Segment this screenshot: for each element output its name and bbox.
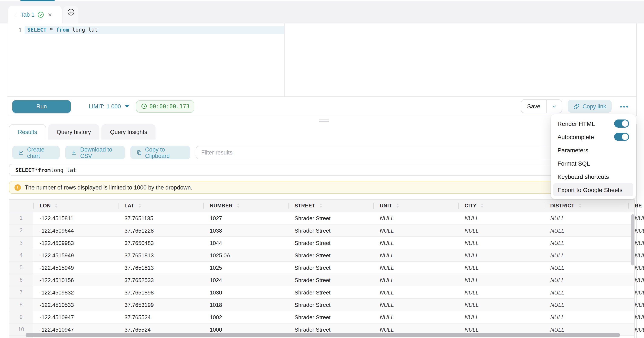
table-cell: -122.4510156 xyxy=(33,274,118,286)
tab-tab1[interactable]: ⋮ Tab 1 ✕ xyxy=(8,6,62,24)
toggle-switch-on[interactable] xyxy=(614,133,629,141)
column-header-number[interactable]: NUMBER xyxy=(203,200,288,212)
save-button[interactable]: Save xyxy=(521,100,546,113)
row-number-cell: 6 xyxy=(10,274,33,286)
table-cell: Shrader Street xyxy=(288,237,373,249)
menu-item-format-sql[interactable]: Format SQL xyxy=(553,157,633,170)
menu-item-autocomplete[interactable]: Autocomplete xyxy=(553,130,633,143)
query-code-line[interactable]: SELECT * from long_lat xyxy=(27,27,98,33)
add-tab-button[interactable] xyxy=(63,6,78,24)
clock-icon xyxy=(141,103,147,109)
column-header-street[interactable]: STREET xyxy=(288,200,373,212)
tab-query-history[interactable]: Query history xyxy=(48,124,100,139)
table-row[interactable]: 7-122.450983237.76518981030Shrader Stree… xyxy=(10,286,634,299)
table-cell: 37.7651228 xyxy=(118,225,203,236)
plus-circle-icon xyxy=(67,9,74,16)
table-cell: NULL xyxy=(373,286,458,298)
vertical-scrollbar[interactable] xyxy=(631,214,634,265)
table-cell: NULL xyxy=(628,323,644,335)
row-number-cell: 4 xyxy=(10,249,33,261)
row-number-cell: 7 xyxy=(10,286,33,298)
table-cell: NULL xyxy=(544,249,628,261)
sort-icon[interactable] xyxy=(481,204,483,208)
create-chart-label: Create chart xyxy=(27,146,54,159)
tab-label[interactable]: Tab 1 xyxy=(20,12,34,18)
table-cell: NULL xyxy=(544,286,628,298)
horizontal-scrollbar[interactable] xyxy=(26,333,620,337)
copy-icon xyxy=(136,149,142,156)
table-cell: NULL xyxy=(373,262,458,274)
column-header-re[interactable]: RE xyxy=(628,200,644,212)
table-cell: NULL xyxy=(373,249,458,261)
column-header-lon[interactable]: LON xyxy=(33,200,118,212)
table-cell: NULL xyxy=(544,225,628,236)
tab-results[interactable]: Results xyxy=(9,124,46,139)
table-cell: NULL xyxy=(458,225,544,236)
menu-item-parameters[interactable]: Parameters xyxy=(553,143,633,157)
table-cell: 1044 xyxy=(203,237,288,249)
row-number-cell: 2 xyxy=(10,225,33,236)
row-number-cell: 8 xyxy=(10,299,33,311)
save-options-button[interactable] xyxy=(546,100,562,113)
tab-query-insights[interactable]: Query Insights xyxy=(102,124,156,139)
sort-icon[interactable] xyxy=(138,204,141,208)
chevron-down-icon xyxy=(551,103,557,109)
sort-icon[interactable] xyxy=(320,204,322,208)
table-row[interactable]: 4-122.451594937.76518131025.0AShrader St… xyxy=(10,249,634,262)
toggle-switch-on[interactable] xyxy=(614,119,629,128)
table-cell: -122.4510533 xyxy=(33,299,118,311)
column-header-city[interactable]: CITY xyxy=(458,200,544,212)
warning-text: The number of rows displayed is limited … xyxy=(25,184,192,191)
table-row[interactable]: 1-122.451581137.76511351027Shrader Stree… xyxy=(10,212,634,225)
column-header-district[interactable]: DISTRICT xyxy=(544,200,628,212)
column-header-label: NUMBER xyxy=(210,203,233,209)
table-cell: 1002 xyxy=(203,311,288,323)
active-tab-accent-bar xyxy=(20,0,54,1)
menu-item-export-to-google-sheets[interactable]: Export to Google Sheets xyxy=(553,183,633,196)
sql-keyword: from xyxy=(38,167,50,173)
menu-item-label: Autocomplete xyxy=(558,133,594,140)
sort-icon[interactable] xyxy=(579,204,581,208)
table-row[interactable]: 8-122.451053337.76531991018Shrader Stree… xyxy=(10,299,634,311)
table-cell: NULL xyxy=(458,212,544,224)
limit-value: 1 000 xyxy=(106,103,121,109)
panel-resize-handle[interactable] xyxy=(319,119,329,123)
row-number-cell: 5 xyxy=(10,262,33,274)
column-header-label: CITY xyxy=(464,203,476,209)
copy-link-button[interactable]: Copy link xyxy=(568,100,612,113)
table-row[interactable]: 5-122.451594937.76518131025Shrader Stree… xyxy=(10,262,634,274)
line-number: 1 xyxy=(16,27,22,33)
table-cell: -122.4509644 xyxy=(33,225,118,236)
row-number-cell: 3 xyxy=(10,237,33,249)
column-header-lat[interactable]: LAT xyxy=(118,200,203,212)
create-chart-button[interactable]: Create chart xyxy=(12,146,60,159)
table-cell: NULL xyxy=(544,299,628,311)
sort-icon[interactable] xyxy=(396,204,399,208)
menu-item-keyboard-shortcuts[interactable]: Keyboard shortcuts xyxy=(553,170,633,183)
table-row[interactable]: 6-122.451015637.76525331024Shrader Stree… xyxy=(10,274,634,286)
code-editor[interactable]: 1 SELECT * from long_lat xyxy=(7,24,636,96)
copy-to-clipboard-button[interactable]: Copy to Clipboard xyxy=(130,146,190,159)
drag-handle-icon[interactable]: ⋮ xyxy=(12,12,18,18)
table-cell: 37.7650483 xyxy=(118,237,203,249)
column-header-unit[interactable]: UNIT xyxy=(373,200,458,212)
menu-item-render-html[interactable]: Render HTML xyxy=(553,117,633,130)
table-cell: -122.4515949 xyxy=(33,249,118,261)
table-cell: Shrader Street xyxy=(288,262,373,274)
editor-tab-strip xyxy=(0,1,644,24)
table-row[interactable]: 2-122.450964437.76512281038Shrader Stree… xyxy=(10,225,634,237)
table-row[interactable]: 9-122.451094737.7655241002Shrader Street… xyxy=(10,311,634,323)
close-tab-icon[interactable]: ✕ xyxy=(48,12,52,18)
table-cell: NULL xyxy=(458,286,544,298)
run-button[interactable]: Run xyxy=(12,100,71,112)
download-csv-button[interactable]: Download to CSV xyxy=(66,146,125,159)
sort-icon[interactable] xyxy=(55,204,58,208)
table-row[interactable]: 3-122.450998337.76504831044Shrader Stree… xyxy=(10,237,634,249)
more-options-button[interactable]: ••• xyxy=(620,103,629,110)
limit-dropdown[interactable]: LIMIT: 1 000 xyxy=(89,103,129,109)
table-cell: NULL xyxy=(628,311,644,323)
results-toolbar: Create chart Download to CSV Copy to Cli… xyxy=(12,146,634,159)
table-cell: NULL xyxy=(373,274,458,286)
sort-icon[interactable] xyxy=(237,204,240,208)
table-cell: NULL xyxy=(628,249,644,261)
